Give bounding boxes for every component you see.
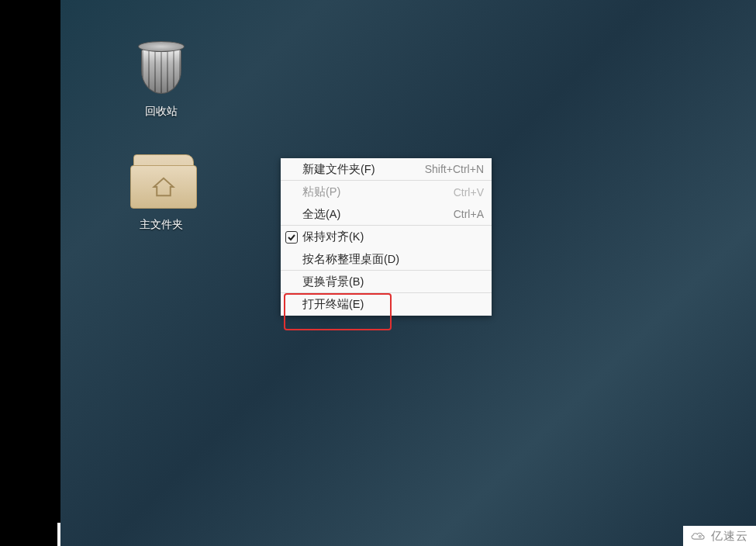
menu-item-organize-by-name[interactable]: 按名称整理桌面(D)	[281, 248, 492, 271]
checkbox-checked-icon	[285, 231, 298, 244]
desktop-icon-label: 回收站	[115, 104, 208, 119]
menu-item-new-folder[interactable]: 新建文件夹(F) Shift+Ctrl+N	[281, 158, 492, 181]
desktop[interactable]: 回收站 主文件夹 新建文件夹(F) Shift+Ctrl+N 粘贴(P) Ctr…	[0, 0, 756, 546]
desktop-icon-trash[interactable]: 回收站	[115, 37, 208, 119]
folder-home-icon	[130, 150, 192, 213]
menu-item-select-all[interactable]: 全选(A) Ctrl+A	[281, 203, 492, 226]
desktop-context-menu: 新建文件夹(F) Shift+Ctrl+N 粘贴(P) Ctrl+V 全选(A)…	[281, 158, 492, 316]
trash-icon	[130, 37, 192, 99]
menu-item-shortcut: Ctrl+A	[454, 208, 484, 220]
desktop-icon-label: 主文件夹	[115, 217, 208, 233]
cloud-icon	[689, 530, 706, 542]
menu-item-label: 新建文件夹(F)	[302, 162, 425, 177]
menu-item-label: 按名称整理桌面(D)	[302, 252, 484, 267]
menu-item-label: 粘贴(P)	[302, 185, 454, 199]
menu-item-change-background[interactable]: 更换背景(B)	[281, 271, 492, 293]
watermark-text: 亿速云	[711, 529, 748, 544]
menu-item-keep-aligned[interactable]: 保持对齐(K)	[281, 226, 492, 248]
menu-item-label: 全选(A)	[302, 207, 454, 222]
menu-item-shortcut: Shift+Ctrl+N	[425, 163, 484, 175]
menu-item-shortcut: Ctrl+V	[454, 186, 484, 199]
desktop-icon-home[interactable]: 主文件夹	[115, 150, 208, 233]
svg-point-1	[699, 536, 700, 537]
menu-item-label: 保持对齐(K)	[302, 230, 484, 244]
left-black-bar	[0, 0, 60, 546]
menu-item-label: 打开终端(E)	[302, 297, 484, 312]
menu-item-label: 更换背景(B)	[302, 275, 484, 289]
menu-item-paste: 粘贴(P) Ctrl+V	[281, 181, 492, 203]
menu-item-open-terminal[interactable]: 打开终端(E)	[281, 293, 492, 316]
watermark: 亿速云	[683, 526, 756, 546]
